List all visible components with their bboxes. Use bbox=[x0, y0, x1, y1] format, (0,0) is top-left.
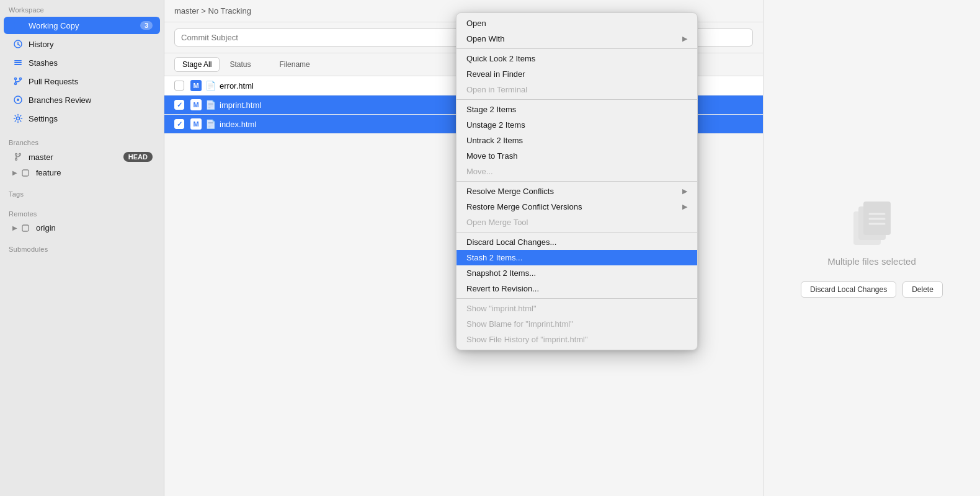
menu-sep-1 bbox=[457, 48, 697, 49]
menu-show-file-history-label: Show File History of "imprint.html" bbox=[466, 335, 687, 344]
discard-local-changes-button[interactable]: Discard Local Changes bbox=[801, 281, 896, 298]
menu-item-stage-2[interactable]: Stage 2 Items bbox=[457, 102, 697, 117]
folder-icon bbox=[12, 20, 24, 31]
menu-item-revert-revision[interactable]: Revert to Revision... bbox=[457, 281, 697, 296]
sidebar-item-settings[interactable]: Settings bbox=[4, 110, 160, 127]
menu-item-stash-2[interactable]: Stash 2 Items... bbox=[457, 250, 697, 265]
svg-point-15 bbox=[19, 154, 21, 156]
index-checkbox[interactable] bbox=[174, 119, 184, 129]
menu-item-show-file-history: Show File History of "imprint.html" bbox=[457, 332, 697, 347]
origin-expand-arrow: ▶ bbox=[12, 224, 17, 231]
branches-review-label: Branches Review bbox=[29, 95, 153, 105]
menu-item-snapshot-2[interactable]: Snapshot 2 Items... bbox=[457, 265, 697, 281]
menu-item-discard-local[interactable]: Discard Local Changes... bbox=[457, 234, 697, 250]
menu-move-to-trash-label: Move to Trash bbox=[466, 151, 687, 161]
branch-master-icon bbox=[12, 153, 24, 161]
menu-open-label: Open bbox=[466, 19, 687, 28]
sidebar-item-stashes[interactable]: Stashes bbox=[4, 54, 160, 71]
filename-column-header: Filename bbox=[279, 60, 310, 69]
imprint-checkbox[interactable] bbox=[174, 100, 184, 110]
multi-files-text: Multiple files selected bbox=[827, 256, 916, 267]
imprint-filename: imprint.html bbox=[220, 100, 261, 110]
sidebar-item-pull-requests[interactable]: Pull Requests bbox=[4, 73, 160, 90]
delete-button[interactable]: Delete bbox=[902, 281, 943, 298]
working-copy-badge: 3 bbox=[140, 21, 153, 30]
menu-snapshot-2-label: Snapshot 2 Items... bbox=[466, 268, 687, 278]
tags-section-label: Tags bbox=[0, 184, 164, 200]
menu-item-restore-merge[interactable]: Restore Merge Conflict Versions ▶ bbox=[457, 199, 697, 215]
pr-icon bbox=[12, 76, 24, 87]
menu-revert-revision-label: Revert to Revision... bbox=[466, 284, 687, 293]
error-checkbox[interactable] bbox=[174, 81, 184, 91]
resolve-merge-arrow: ▶ bbox=[682, 187, 687, 195]
menu-show-imprint-label: Show "imprint.html" bbox=[466, 304, 687, 313]
error-status-badge: M bbox=[190, 80, 202, 91]
sidebar-item-history[interactable]: History bbox=[4, 35, 160, 53]
menu-item-open-merge-tool: Open Merge Tool bbox=[457, 215, 697, 230]
remotes-section-label: Remotes bbox=[0, 204, 164, 220]
svg-point-11 bbox=[17, 99, 19, 101]
sidebar-item-working-copy[interactable]: Working Copy 3 bbox=[4, 17, 160, 34]
menu-sep-3 bbox=[457, 181, 697, 182]
menu-item-open[interactable]: Open bbox=[457, 16, 697, 31]
menu-stash-2-label: Stash 2 Items... bbox=[466, 253, 687, 262]
history-label: History bbox=[29, 40, 153, 49]
imprint-status-badge: M bbox=[190, 99, 202, 110]
svg-point-7 bbox=[15, 83, 17, 85]
svg-rect-3 bbox=[14, 60, 22, 61]
menu-untrack-2-label: Untrack 2 Items bbox=[466, 136, 687, 145]
origin-label: origin bbox=[36, 223, 153, 232]
svg-point-6 bbox=[15, 78, 17, 80]
menu-resolve-merge-label: Resolve Merge Conflicts bbox=[466, 187, 682, 196]
status-column-header: Status bbox=[229, 60, 279, 69]
action-buttons: Discard Local Changes Delete bbox=[801, 281, 943, 298]
menu-item-resolve-merge[interactable]: Resolve Merge Conflicts ▶ bbox=[457, 184, 697, 199]
gear-icon bbox=[12, 113, 24, 124]
stage-all-button[interactable]: Stage All bbox=[174, 57, 220, 72]
menu-item-unstage-2[interactable]: Unstage 2 Items bbox=[457, 117, 697, 133]
menu-show-blame-label: Show Blame for "imprint.html" bbox=[466, 319, 687, 329]
feature-branch-label: feature bbox=[36, 168, 153, 177]
menu-quick-look-label: Quick Look 2 Items bbox=[466, 54, 687, 63]
menu-item-reveal-finder[interactable]: Reveal in Finder bbox=[457, 66, 697, 82]
menu-item-open-terminal: Open in Terminal bbox=[457, 82, 697, 97]
branches-review-icon bbox=[12, 94, 24, 105]
stashes-label: Stashes bbox=[29, 58, 153, 68]
menu-item-quick-look[interactable]: Quick Look 2 Items bbox=[457, 51, 697, 66]
remote-item-origin[interactable]: ▶ origin bbox=[4, 221, 160, 235]
menu-discard-local-label: Discard Local Changes... bbox=[466, 237, 687, 247]
svg-rect-17 bbox=[22, 170, 29, 176]
workspace-section-label: Workspace bbox=[0, 0, 164, 16]
menu-item-move-to-trash[interactable]: Move to Trash bbox=[457, 148, 697, 164]
branches-section-label: Branches bbox=[0, 133, 164, 149]
menu-sep-4 bbox=[457, 232, 697, 232]
sidebar-item-branches-review[interactable]: Branches Review bbox=[4, 91, 160, 108]
svg-point-8 bbox=[20, 78, 22, 80]
menu-item-move: Move... bbox=[457, 164, 697, 179]
master-branch-label: master bbox=[29, 153, 123, 162]
settings-label: Settings bbox=[29, 114, 153, 123]
context-menu[interactable]: Open Open With ▶ Quick Look 2 Items Reve… bbox=[456, 12, 698, 350]
main-content: master > No Tracking Stage All Status Fi… bbox=[164, 0, 763, 496]
stashes-icon bbox=[12, 57, 24, 68]
menu-open-merge-tool-label: Open Merge Tool bbox=[466, 218, 687, 227]
head-badge: HEAD bbox=[123, 152, 153, 162]
working-copy-label: Working Copy bbox=[29, 21, 140, 30]
branch-item-master[interactable]: master HEAD bbox=[4, 149, 160, 164]
menu-open-with-label: Open With bbox=[466, 34, 682, 43]
right-panel: Multiple files selected Discard Local Ch… bbox=[763, 0, 980, 496]
imprint-file-icon: 📄 bbox=[205, 100, 216, 110]
svg-rect-18 bbox=[22, 225, 29, 231]
svg-rect-4 bbox=[14, 62, 22, 63]
menu-stage-2-label: Stage 2 Items bbox=[466, 105, 687, 114]
index-filename: index.html bbox=[220, 120, 256, 129]
menu-item-untrack-2[interactable]: Untrack 2 Items bbox=[457, 133, 697, 148]
error-file-icon: 📄 bbox=[205, 81, 216, 91]
menu-item-show-imprint: Show "imprint.html" bbox=[457, 301, 697, 316]
branch-item-feature[interactable]: ▶ feature bbox=[4, 166, 160, 180]
error-filename: error.html bbox=[220, 81, 254, 91]
svg-point-13 bbox=[16, 154, 17, 156]
menu-item-open-with[interactable]: Open With ▶ bbox=[457, 31, 697, 46]
sidebar: Workspace Working Copy 3 History bbox=[0, 0, 164, 496]
svg-rect-5 bbox=[14, 64, 22, 65]
